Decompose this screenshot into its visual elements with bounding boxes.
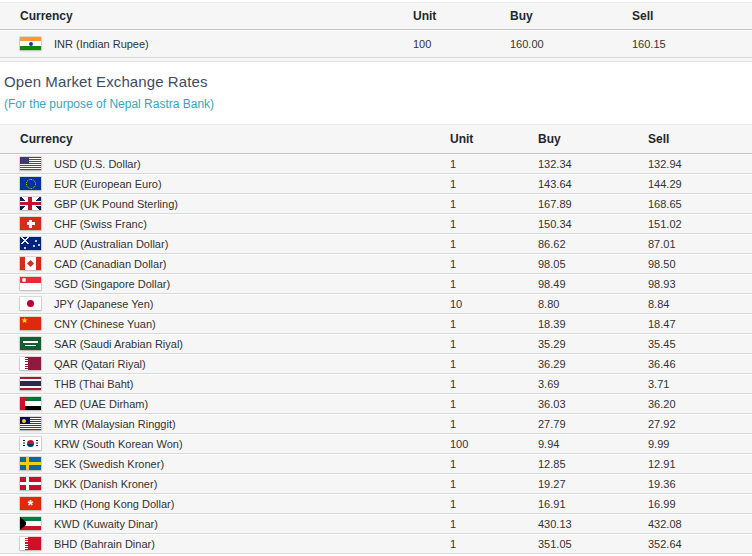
column-header-buy: Buy xyxy=(510,9,632,23)
column-header-unit: Unit xyxy=(450,132,538,146)
table-row: SGD (Singapore Dollar) 1 98.49 98.93 xyxy=(0,274,752,294)
table-row: CHF (Swiss Franc) 1 150.34 151.02 xyxy=(0,214,752,234)
table-row: HKD (Hong Kong Dollar) 1 16.91 16.99 xyxy=(0,494,752,514)
flag-hkd-icon xyxy=(20,497,41,510)
currency-label: QAR (Qatari Riyal) xyxy=(54,358,146,370)
table-row: KRW (South Korean Won) 100 9.94 9.99 xyxy=(0,434,752,454)
open-market-rate-table: Currency Unit Buy Sell USD (U.S. Dollar)… xyxy=(0,124,752,554)
open-market-header-row: Currency Unit Buy Sell xyxy=(0,125,752,154)
column-header-currency: Currency xyxy=(0,9,413,23)
table-row: AED (UAE Dirham) 1 36.03 36.20 xyxy=(0,394,752,414)
sell-value: 151.02 xyxy=(648,218,752,230)
table-row: CNY (Chinese Yuan) 1 18.39 18.47 xyxy=(0,314,752,334)
table-row: JPY (Japanese Yen) 10 8.80 8.84 xyxy=(0,294,752,314)
column-header-sell: Sell xyxy=(648,132,752,146)
column-header-sell: Sell xyxy=(632,9,752,23)
buy-value: 430.13 xyxy=(538,518,648,530)
table-row: AUD (Australian Dollar) 1 86.62 87.01 xyxy=(0,234,752,254)
unit-value: 1 xyxy=(450,198,538,210)
sell-value: 432.08 xyxy=(648,518,752,530)
flag-kwd-icon xyxy=(20,517,41,530)
currency-label: DKK (Danish Kroner) xyxy=(54,478,157,490)
unit-value: 1 xyxy=(450,518,538,530)
unit-value: 1 xyxy=(450,378,538,390)
sell-value: 12.91 xyxy=(648,458,752,470)
unit-value: 100 xyxy=(413,38,510,50)
sell-value: 87.01 xyxy=(648,238,752,250)
table-row: GBP (UK Pound Sterling) 1 167.89 168.65 xyxy=(0,194,752,214)
flag-cny-icon xyxy=(20,317,41,330)
sell-value: 3.71 xyxy=(648,378,752,390)
table-row: INR (Indian Rupee) 100 160.00 160.15 xyxy=(0,30,752,58)
flag-sgd-icon xyxy=(20,277,41,290)
sell-value: 144.29 xyxy=(648,178,752,190)
flag-sar-icon xyxy=(20,337,41,350)
flag-eur-icon xyxy=(20,177,41,190)
currency-label: SGD (Singapore Dollar) xyxy=(54,278,170,290)
flag-bhd-icon xyxy=(20,537,41,550)
currency-label: CAD (Canadian Dollar) xyxy=(54,258,167,270)
open-market-table-body: USD (U.S. Dollar) 1 132.34 132.94 EUR (E… xyxy=(0,154,752,554)
sell-value: 132.94 xyxy=(648,158,752,170)
unit-value: 100 xyxy=(450,438,538,450)
currency-label: EUR (European Euro) xyxy=(54,178,162,190)
unit-value: 1 xyxy=(450,398,538,410)
currency-label: JPY (Japanese Yen) xyxy=(54,298,153,310)
buy-value: 35.29 xyxy=(538,338,648,350)
table-row: SEK (Swedish Kroner) 1 12.85 12.91 xyxy=(0,454,752,474)
unit-value: 1 xyxy=(450,158,538,170)
table-row: CAD (Canadian Dollar) 1 98.05 98.50 xyxy=(0,254,752,274)
flag-dkk-icon xyxy=(20,477,41,490)
buy-value: 36.03 xyxy=(538,398,648,410)
currency-label: SAR (Saudi Arabian Riyal) xyxy=(54,338,183,350)
table-row: THB (Thai Baht) 1 3.69 3.71 xyxy=(0,374,752,394)
unit-value: 1 xyxy=(450,218,538,230)
page-title: Open Market Exchange Rates xyxy=(4,73,752,90)
sell-value: 98.50 xyxy=(648,258,752,270)
buy-value: 36.29 xyxy=(538,358,648,370)
sell-value: 98.93 xyxy=(648,278,752,290)
currency-label: USD (U.S. Dollar) xyxy=(54,158,141,170)
flag-aed-icon xyxy=(20,397,41,410)
currency-label: KRW (South Korean Won) xyxy=(54,438,183,450)
buy-value: 150.34 xyxy=(538,218,648,230)
buy-value: 132.34 xyxy=(538,158,648,170)
page-subtitle: (For the purpose of Nepal Rastra Bank) xyxy=(4,97,752,111)
buy-value: 12.85 xyxy=(538,458,648,470)
table-row: DKK (Danish Kroner) 1 19.27 19.36 xyxy=(0,474,752,494)
flag-jpy-icon xyxy=(20,297,41,310)
currency-label: THB (Thai Baht) xyxy=(54,378,133,390)
buy-value: 19.27 xyxy=(538,478,648,490)
flag-krw-icon xyxy=(20,437,41,450)
sell-value: 9.99 xyxy=(648,438,752,450)
buy-value: 167.89 xyxy=(538,198,648,210)
flag-chf-icon xyxy=(20,217,41,230)
buy-value: 8.80 xyxy=(538,298,648,310)
unit-value: 1 xyxy=(450,318,538,330)
unit-value: 1 xyxy=(450,178,538,190)
sell-value: 35.45 xyxy=(648,338,752,350)
currency-label: BHD (Bahrain Dinar) xyxy=(54,538,155,550)
sell-value: 160.15 xyxy=(632,38,752,50)
sell-value: 19.36 xyxy=(648,478,752,490)
flag-usd-icon xyxy=(20,157,41,170)
sell-value: 27.92 xyxy=(648,418,752,430)
buy-value: 18.39 xyxy=(538,318,648,330)
buy-value: 143.64 xyxy=(538,178,648,190)
unit-value: 1 xyxy=(450,498,538,510)
currency-label: CHF (Swiss Franc) xyxy=(54,218,147,230)
buy-value: 98.49 xyxy=(538,278,648,290)
unit-value: 1 xyxy=(450,458,538,470)
flag-thb-icon xyxy=(20,377,41,390)
table-row: EUR (European Euro) 1 143.64 144.29 xyxy=(0,174,752,194)
buy-value: 98.05 xyxy=(538,258,648,270)
flag-qar-icon xyxy=(20,357,41,370)
unit-value: 1 xyxy=(450,538,538,550)
table-row: KWD (Kuwaity Dinar) 1 430.13 432.08 xyxy=(0,514,752,534)
column-header-unit: Unit xyxy=(413,9,510,23)
table-row: SAR (Saudi Arabian Riyal) 1 35.29 35.45 xyxy=(0,334,752,354)
unit-value: 1 xyxy=(450,258,538,270)
unit-value: 1 xyxy=(450,338,538,350)
buy-value: 86.62 xyxy=(538,238,648,250)
sell-value: 18.47 xyxy=(648,318,752,330)
